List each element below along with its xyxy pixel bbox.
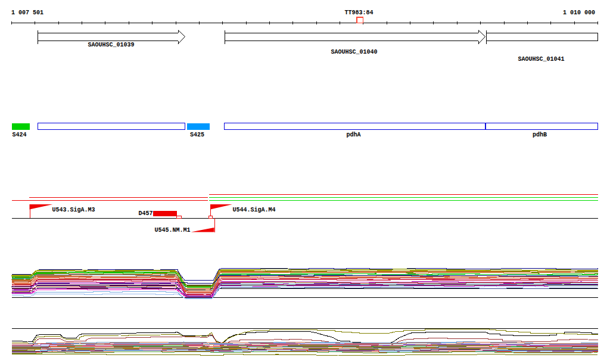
svg-text:D457: D457 xyxy=(138,210,152,217)
svg-text:U545.NM.M1: U545.NM.M1 xyxy=(154,227,190,234)
svg-text:SAOUHSC_01040: SAOUHSC_01040 xyxy=(331,49,377,55)
svg-text:TT983:84: TT983:84 xyxy=(344,10,373,16)
svg-text:SAOUHSC_01039: SAOUHSC_01039 xyxy=(88,42,134,48)
svg-text:pdhA: pdhA xyxy=(346,132,360,138)
svg-text:S424: S424 xyxy=(13,132,27,138)
svg-text:S425: S425 xyxy=(190,132,204,138)
svg-text:U543.SigA.M3: U543.SigA.M3 xyxy=(52,207,95,213)
svg-text:1 010 000: 1 010 000 xyxy=(563,10,595,16)
svg-text:SAOUHSC_01041: SAOUHSC_01041 xyxy=(518,56,564,63)
svg-text:1 007 501: 1 007 501 xyxy=(11,10,43,16)
svg-text:U544.SigA.M4: U544.SigA.M4 xyxy=(233,207,276,213)
svg-text:pdhB: pdhB xyxy=(533,132,547,138)
